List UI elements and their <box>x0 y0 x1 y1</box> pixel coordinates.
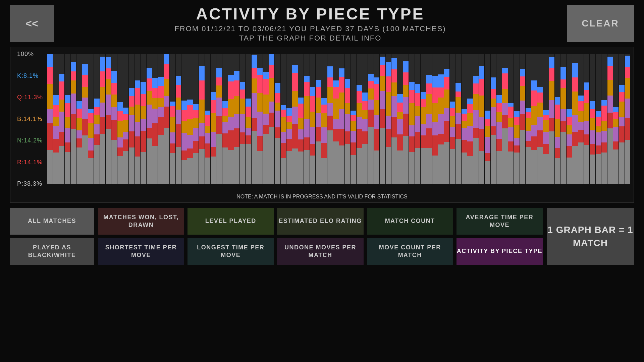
bar-group[interactable] <box>391 54 397 184</box>
bar-group[interactable] <box>71 54 76 184</box>
bar-group[interactable] <box>135 54 140 184</box>
bar-group[interactable] <box>316 54 321 184</box>
bar-group[interactable] <box>613 54 619 184</box>
bar-group[interactable] <box>257 54 263 184</box>
bar-group[interactable] <box>263 54 268 184</box>
bar-group[interactable] <box>65 54 70 184</box>
bar-group[interactable] <box>508 54 514 184</box>
bar-group[interactable] <box>578 54 584 184</box>
chart-container[interactable]: 100% K:8.1% Q:11.3% B:14.1% N:14.2% R:14… <box>10 47 634 191</box>
bar-group[interactable] <box>415 54 420 184</box>
avg-time-button[interactable]: AVERAGE TIME PER MOVE <box>457 208 543 235</box>
bar-group[interactable] <box>601 54 607 184</box>
bar-group[interactable] <box>526 54 531 184</box>
bar-group[interactable] <box>368 54 373 184</box>
clear-button[interactable]: CLEAR <box>567 5 634 42</box>
bar-group[interactable] <box>403 54 409 184</box>
bar-group[interactable] <box>310 54 315 184</box>
bar-group[interactable] <box>590 54 595 184</box>
bar-group[interactable] <box>473 54 479 184</box>
bar-group[interactable] <box>397 54 402 184</box>
bar-group[interactable] <box>111 54 117 184</box>
bar-group[interactable] <box>59 54 64 184</box>
bar-group[interactable] <box>170 54 175 184</box>
bar-group[interactable] <box>158 54 163 184</box>
bar-group[interactable] <box>345 54 350 184</box>
match-count-button[interactable]: MATCH COUNT <box>367 208 453 235</box>
bar-group[interactable] <box>479 54 484 184</box>
bar-group[interactable] <box>438 54 443 184</box>
bar-group[interactable] <box>216 54 222 184</box>
bar-group[interactable] <box>76 54 82 184</box>
bar-group[interactable] <box>82 54 88 184</box>
bar-group[interactable] <box>176 54 181 184</box>
bar-group[interactable] <box>560 54 566 184</box>
bar-group[interactable] <box>106 54 111 184</box>
bar-group[interactable] <box>286 54 292 184</box>
bar-group[interactable] <box>123 54 128 184</box>
bar-group[interactable] <box>596 54 601 184</box>
bar-group[interactable] <box>607 54 613 184</box>
bar-group[interactable] <box>147 54 152 184</box>
bar-group[interactable] <box>228 54 233 184</box>
played-as-button[interactable]: PLAYED AS BLACK/WHITE <box>10 238 94 265</box>
bar-group[interactable] <box>193 54 199 184</box>
bar-group[interactable] <box>496 54 502 184</box>
bar-group[interactable] <box>450 54 455 184</box>
back-button[interactable]: << <box>10 5 54 42</box>
bar-group[interactable] <box>386 54 391 184</box>
bar-group[interactable] <box>374 54 379 184</box>
bar-group[interactable] <box>181 54 187 184</box>
bar-group[interactable] <box>462 54 467 184</box>
bar-group[interactable] <box>281 54 286 184</box>
bar-group[interactable] <box>362 54 368 184</box>
bar-group[interactable] <box>567 54 572 184</box>
bar-group[interactable] <box>321 54 327 184</box>
bar-group[interactable] <box>357 54 362 184</box>
bar-group[interactable] <box>246 54 251 184</box>
bar-group[interactable] <box>88 54 94 184</box>
bar-group[interactable] <box>491 54 496 184</box>
bars-area[interactable] <box>47 51 630 187</box>
bar-group[interactable] <box>380 54 385 184</box>
bar-group[interactable] <box>444 54 449 184</box>
level-played-button[interactable]: LEVEL PLAYED <box>187 208 274 235</box>
bar-group[interactable] <box>100 54 105 184</box>
shortest-time-button[interactable]: SHORTEST TIME PER MOVE <box>98 238 184 265</box>
bar-group[interactable] <box>502 54 507 184</box>
bar-group[interactable] <box>187 54 193 184</box>
bar-group[interactable] <box>222 54 228 184</box>
bar-group[interactable] <box>275 54 280 184</box>
bar-group[interactable] <box>304 54 309 184</box>
bar-group[interactable] <box>252 54 257 184</box>
bar-group[interactable] <box>432 54 438 184</box>
bar-group[interactable] <box>584 54 589 184</box>
undone-moves-button[interactable]: UNDONE MOVES PER MATCH <box>277 238 363 265</box>
move-count-button[interactable]: MOVE COUNT PER MATCH <box>367 238 453 265</box>
bar-group[interactable] <box>339 54 344 184</box>
bar-group[interactable] <box>625 54 630 184</box>
bar-group[interactable] <box>211 54 216 184</box>
bar-group[interactable] <box>455 54 461 184</box>
bar-group[interactable] <box>199 54 204 184</box>
bar-group[interactable] <box>152 54 158 184</box>
longest-time-button[interactable]: LONGEST TIME PER MOVE <box>187 238 274 265</box>
bar-group[interactable] <box>426 54 432 184</box>
bar-group[interactable] <box>351 54 356 184</box>
bar-group[interactable] <box>141 54 146 184</box>
bar-group[interactable] <box>234 54 239 184</box>
all-matches-button[interactable]: ALL MATCHES <box>10 208 94 235</box>
bar-group[interactable] <box>485 54 490 184</box>
bar-group[interactable] <box>531 54 537 184</box>
bar-group[interactable] <box>543 54 548 184</box>
bar-group[interactable] <box>205 54 210 184</box>
bar-group[interactable] <box>298 54 304 184</box>
elo-rating-button[interactable]: ESTIMATED ELO RATING <box>277 208 363 235</box>
bar-group[interactable] <box>327 54 333 184</box>
bar-group[interactable] <box>129 54 134 184</box>
bar-group[interactable] <box>164 54 169 184</box>
bar-group[interactable] <box>292 54 298 184</box>
bar-group[interactable] <box>467 54 473 184</box>
bar-group[interactable] <box>537 54 543 184</box>
bar-group[interactable] <box>117 54 123 184</box>
